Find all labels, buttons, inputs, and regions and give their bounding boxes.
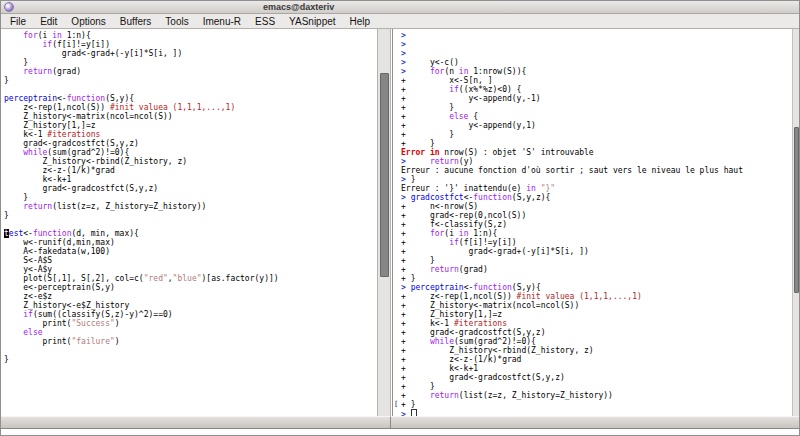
left-window-scrollbar[interactable] (377, 29, 391, 416)
code-line: grad<-gradcostfct(S,y,z) (4, 184, 377, 193)
code-line: Erreur : '}' inattendu(e) in "}" (401, 184, 792, 193)
code-line: S<-A$S (4, 256, 377, 265)
code-line: if(sum((classify(S,z)-y)^2)==0) (4, 310, 377, 319)
right-window-scrollbar[interactable] (792, 29, 800, 416)
code-line: else (4, 328, 377, 337)
code-line: + x<-S[n, ] (401, 76, 792, 85)
code-line: grad<-grad+(-y[i]*S[i, ]) (4, 49, 377, 58)
code-line: A<-fakedata(w,100) (4, 247, 377, 256)
code-line: test<-function(d, min, max){ (4, 229, 377, 238)
code-line: + return(list(z=z, Z_history=Z_history)) (401, 391, 792, 400)
code-line: } (4, 76, 377, 85)
menu-ess[interactable]: ESS (248, 16, 282, 27)
code-line: while(sum(grad^2)!=0){ (4, 148, 377, 157)
code-line: > perceptrain<-function(S,y){ (401, 283, 792, 292)
code-line: + Z_history<-rbind(Z_history, z) (401, 346, 792, 355)
code-line: y<-A$y (4, 265, 377, 274)
menu-file[interactable]: File (3, 16, 33, 27)
code-line: > (401, 49, 792, 58)
source-buffer-solution-r[interactable]: for(i in 1:n){ if(f[i]!=y[i]) grad<-grad… (1, 29, 377, 416)
code-line: k<-k+1 (4, 175, 377, 184)
emacs-app-icon[interactable] (4, 2, 14, 12)
code-line: z<-z-(1/k)*grad (4, 166, 377, 175)
title-bar: emacs@daxteriv (1, 1, 799, 14)
code-line: + z<-rep(1,ncol(S)) #init valuea (1,1,1,… (401, 292, 792, 301)
code-line: + if((x%*%z)<0) { (401, 85, 792, 94)
emacs-frame: emacs@daxteriv File Edit Options Buffers… (0, 0, 800, 436)
code-line: z<-rep(1,ncol(S)) #init valuea (1,1,1,..… (4, 103, 377, 112)
window-title: emacs@daxteriv (263, 2, 334, 12)
code-line: > (401, 409, 792, 416)
code-line: return(grad) (4, 67, 377, 76)
right-scrollbar-thumb[interactable] (794, 127, 799, 293)
code-line: } (4, 193, 377, 202)
code-line: > (401, 31, 792, 40)
code-line: + Z_history<-matrix(ncol=ncol(S)) (401, 301, 792, 310)
code-line: + } (401, 256, 792, 265)
code-line: + grad<-grad+(-y[i]*S[i, ]) (401, 247, 792, 256)
code-line: + return(grad) (401, 265, 792, 274)
code-line: + grad<-rep(0,ncol(S)) (401, 211, 792, 220)
code-line: + for(i in 1:n){ (401, 229, 792, 238)
buffer-end-fringe-icon: [ (394, 400, 398, 409)
code-line: + } (401, 130, 792, 139)
code-line: Z_history<-rbind(Z_history, z) (4, 157, 377, 166)
menu-buffers[interactable]: Buffers (113, 16, 159, 27)
code-line: + y<-append(y,1) (401, 121, 792, 130)
menu-edit[interactable]: Edit (33, 16, 64, 27)
code-line: perceptrain<-function(S,y){ (4, 94, 377, 103)
code-line: + while(sum(grad^2)!=0){ (401, 337, 792, 346)
code-line: > (401, 40, 792, 49)
code-line: + } (401, 139, 792, 148)
echo-area[interactable] (1, 429, 799, 436)
code-line: Erreur : aucune fonction d'où sortir ; s… (401, 166, 792, 175)
code-line: > gradcostfct<-function(S,y,z){ (401, 193, 792, 202)
code-line: + f<-classify(S,z) (401, 220, 792, 229)
code-line: + grad<-gradcostfct(S,y,z) (401, 373, 792, 382)
code-line: Error in nrow(S) : objet 'S' introuvable (401, 148, 792, 157)
code-line: > for(n in 1:nrow(S)){ (401, 67, 792, 76)
code-line: Z_history<-matrix(ncol=ncol(S)) (4, 112, 377, 121)
mode-line-right: U:**- *R* Bot L96 (iESS [R db -]: run El… (391, 416, 800, 429)
code-line: > return(y) (401, 157, 792, 166)
code-line: w<-runif(d,min,max) (4, 238, 377, 247)
code-line: print("failure") (4, 337, 377, 346)
menu-yasnippet[interactable]: YASnippet (282, 16, 343, 27)
code-line: + k<-1 #iterations (401, 319, 792, 328)
inactive-cursor (411, 409, 417, 416)
code-line: + } (401, 103, 792, 112)
code-line: plot(S[,1], S[,2], col=c("red","blue")[a… (4, 274, 377, 283)
mode-line-left: -:--- solution.R Bot L44 (ESS[S] [R db -… (1, 416, 391, 429)
code-line (4, 220, 377, 229)
left-scrollbar-thumb[interactable] (380, 73, 389, 277)
code-line: } (4, 211, 377, 220)
code-line: if(f[i]!=y[i]) (4, 40, 377, 49)
code-line: k<-1 #iterations (4, 130, 377, 139)
r-console-buffer[interactable]: > > > > y<-c()> for(n in 1:nrow(S)){+ x<… (392, 29, 792, 416)
code-line: [+ } (401, 400, 792, 409)
code-line: Z_history[1,]=z (4, 121, 377, 130)
code-line: } (4, 355, 377, 364)
code-line: + if(f[i]!=y[i]) (401, 238, 792, 247)
code-line: + z<-z-(1/k)*grad (401, 355, 792, 364)
code-line: + n<-nrow(S) (401, 202, 792, 211)
code-line: for(i in 1:n){ (4, 31, 377, 40)
code-line: e<-perceptrain(S,y) (4, 283, 377, 292)
menu-tools[interactable]: Tools (158, 16, 195, 27)
code-line: return(list(z=z, Z_history=Z_history)) (4, 202, 377, 211)
code-line: + k<-k+1 (401, 364, 792, 373)
code-line: + } (401, 382, 792, 391)
code-line: + else { (401, 112, 792, 121)
code-line: + } (401, 274, 792, 283)
menu-bar: File Edit Options Buffers Tools Imenu-R … (1, 14, 799, 29)
menu-imenu-r[interactable]: Imenu-R (196, 16, 248, 27)
code-line: + y<-append(y,-1) (401, 94, 792, 103)
menu-options[interactable]: Options (64, 16, 112, 27)
code-line (4, 85, 377, 94)
code-line: z<-e$z (4, 292, 377, 301)
code-line: } (4, 58, 377, 67)
code-line: > y<-c() (401, 58, 792, 67)
menu-help[interactable]: Help (343, 16, 378, 27)
code-line: > } (401, 175, 792, 184)
code-line: grad<-gradcostfct(S,y,z) (4, 139, 377, 148)
